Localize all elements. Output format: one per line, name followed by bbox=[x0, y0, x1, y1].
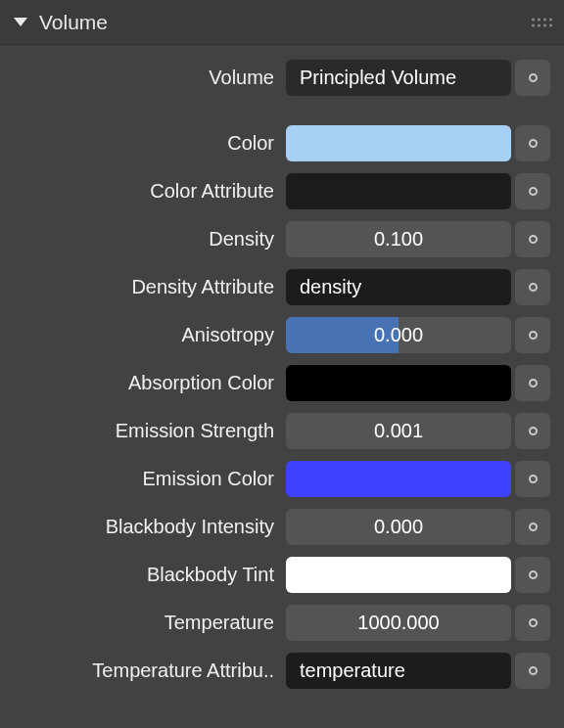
color-node-socket[interactable] bbox=[515, 125, 550, 161]
absorption-color-node-socket[interactable] bbox=[515, 365, 550, 401]
density-attribute-node-socket[interactable] bbox=[515, 269, 550, 305]
label-color: Color bbox=[14, 125, 286, 161]
row-anisotropy: Anisotropy 0.000 bbox=[14, 317, 550, 353]
label-density: Density bbox=[14, 221, 286, 257]
blackbody-tint-node-socket[interactable] bbox=[515, 557, 550, 593]
temperature-slider[interactable]: 1000.000 bbox=[286, 605, 511, 641]
temperature-attribute-input[interactable]: temperature bbox=[286, 653, 511, 689]
socket-icon bbox=[529, 139, 538, 148]
panel-title: Volume bbox=[39, 11, 108, 34]
row-color-attribute: Color Attribute bbox=[14, 173, 550, 209]
row-volume: Volume Principled Volume bbox=[14, 60, 550, 96]
row-emission-strength: Emission Strength 0.001 bbox=[14, 413, 550, 449]
temperature-value: 1000.000 bbox=[357, 612, 439, 634]
row-blackbody-tint: Blackbody Tint bbox=[14, 557, 550, 593]
color-swatch[interactable] bbox=[286, 125, 511, 161]
socket-icon bbox=[529, 666, 538, 675]
socket-icon bbox=[529, 331, 538, 340]
row-temperature-attribute: Temperature Attribu.. temperature bbox=[14, 653, 550, 689]
label-volume: Volume bbox=[14, 60, 286, 96]
socket-icon bbox=[529, 283, 538, 292]
socket-icon bbox=[529, 618, 538, 627]
label-temperature-attribute: Temperature Attribu.. bbox=[14, 653, 286, 689]
row-blackbody-intensity: Blackbody Intensity 0.000 bbox=[14, 509, 550, 545]
row-density: Density 0.100 bbox=[14, 221, 550, 257]
blackbody-intensity-slider[interactable]: 0.000 bbox=[286, 509, 511, 545]
row-temperature: Temperature 1000.000 bbox=[14, 605, 550, 641]
blackbody-intensity-value: 0.000 bbox=[374, 516, 423, 538]
emission-color-swatch[interactable] bbox=[286, 461, 511, 497]
color-attribute-node-socket[interactable] bbox=[515, 173, 550, 209]
temperature-attribute-value: temperature bbox=[300, 660, 405, 682]
temperature-node-socket[interactable] bbox=[515, 605, 550, 641]
anisotropy-node-socket[interactable] bbox=[515, 317, 550, 353]
emission-strength-node-socket[interactable] bbox=[515, 413, 550, 449]
row-density-attribute: Density Attribute density bbox=[14, 269, 550, 305]
socket-icon bbox=[529, 187, 538, 196]
density-attribute-value: density bbox=[300, 276, 361, 298]
anisotropy-value: 0.000 bbox=[374, 324, 423, 346]
disclosure-triangle-icon[interactable] bbox=[14, 18, 27, 26]
anisotropy-slider[interactable]: 0.000 bbox=[286, 317, 511, 353]
blackbody-intensity-node-socket[interactable] bbox=[515, 509, 550, 545]
label-density-attribute: Density Attribute bbox=[14, 269, 286, 305]
volume-dropdown-value: Principled Volume bbox=[300, 67, 456, 89]
label-blackbody-intensity: Blackbody Intensity bbox=[14, 509, 286, 545]
density-node-socket[interactable] bbox=[515, 221, 550, 257]
label-color-attribute: Color Attribute bbox=[14, 173, 286, 209]
emission-strength-value: 0.001 bbox=[374, 420, 423, 442]
socket-icon bbox=[529, 73, 538, 82]
row-emission-color: Emission Color bbox=[14, 461, 550, 497]
socket-icon bbox=[529, 379, 538, 387]
socket-icon bbox=[529, 475, 538, 483]
label-emission-strength: Emission Strength bbox=[14, 413, 286, 449]
label-blackbody-tint: Blackbody Tint bbox=[14, 557, 286, 593]
volume-node-socket[interactable] bbox=[515, 60, 550, 96]
row-absorption-color: Absorption Color bbox=[14, 365, 550, 401]
blackbody-tint-swatch[interactable] bbox=[286, 557, 511, 593]
socket-icon bbox=[529, 523, 538, 531]
density-slider[interactable]: 0.100 bbox=[286, 221, 511, 257]
label-emission-color: Emission Color bbox=[14, 461, 286, 497]
density-attribute-input[interactable]: density bbox=[286, 269, 511, 305]
volume-dropdown[interactable]: Principled Volume bbox=[286, 60, 511, 96]
panel-header[interactable]: Volume bbox=[0, 0, 564, 45]
label-anisotropy: Anisotropy bbox=[14, 317, 286, 353]
socket-icon bbox=[529, 570, 538, 579]
density-value: 0.100 bbox=[374, 228, 423, 250]
socket-icon bbox=[529, 235, 538, 244]
row-color: Color bbox=[14, 125, 550, 161]
color-attribute-input[interactable] bbox=[286, 173, 511, 209]
socket-icon bbox=[529, 427, 538, 435]
emission-strength-slider[interactable]: 0.001 bbox=[286, 413, 511, 449]
label-absorption-color: Absorption Color bbox=[14, 365, 286, 401]
absorption-color-swatch[interactable] bbox=[286, 365, 511, 401]
drag-handle-icon[interactable] bbox=[532, 18, 552, 26]
temperature-attribute-node-socket[interactable] bbox=[515, 653, 550, 689]
panel-body: Volume Principled Volume Color Color Att… bbox=[0, 45, 564, 712]
label-temperature: Temperature bbox=[14, 605, 286, 641]
emission-color-node-socket[interactable] bbox=[515, 461, 550, 497]
